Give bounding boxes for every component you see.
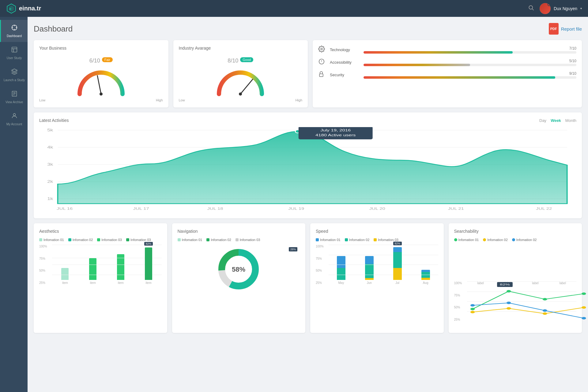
aesthetics-chart: 100%75%50%25% item [39, 245, 162, 291]
sidebar-label-view-archive: View Archive [6, 100, 23, 104]
sidebar-label-my-account: My Account [6, 123, 22, 126]
your-business-card: Your Business 6/10 Fair [34, 40, 168, 107]
technology-score: 7/10 [364, 46, 576, 51]
svg-point-58 [582, 292, 586, 295]
svg-point-17 [13, 114, 15, 116]
notification-badge [548, 3, 551, 6]
sidebar-label-launch-study: Launch a Study [4, 78, 25, 82]
svg-point-3 [529, 6, 533, 9]
tab-week[interactable]: Week [551, 118, 561, 123]
svg-text:JUL 16: JUL 16 [57, 207, 73, 210]
security-icon [318, 71, 327, 79]
svg-text:JUL 22: JUL 22 [536, 207, 552, 210]
metric-security: Security 9/10 [318, 71, 576, 79]
industry-average-gauge-labels: Low High [179, 98, 303, 102]
aesthetics-card: Aesthetics Infomation 01 Infomation 02 I… [34, 223, 167, 333]
svg-text:JUL 17: JUL 17 [133, 207, 149, 210]
latest-activities-card: Latest Activities Day Week Month 5k [34, 112, 582, 218]
your-business-title: Your Business [39, 46, 163, 51]
searchability-legend: Infomation 01 Infomation 02 Infomation 0… [454, 238, 577, 242]
sidebar-label-dashboard: Dashboard [7, 34, 22, 38]
svg-text:3k: 3k [47, 162, 53, 166]
svg-line-18 [97, 76, 101, 94]
svg-point-57 [542, 298, 547, 300]
report-file-label: Report file [561, 26, 582, 32]
svg-point-61 [542, 312, 547, 315]
your-business-badge: Fair [102, 57, 113, 62]
donut-badge: 26% [289, 247, 297, 251]
technology-bar-wrap: 7/10 [364, 46, 576, 54]
user-name: Dux Nguyen [554, 6, 577, 11]
svg-point-56 [506, 290, 511, 292]
activities-title: Latest Activities [39, 118, 69, 123]
navigation-donut-chart: 58% 26% [178, 245, 300, 294]
logo-icon: e [6, 3, 17, 14]
technology-label: Technology [330, 47, 360, 52]
topnav: e einna.tr Dux Nguyen ▾ [0, 0, 588, 17]
technology-icon [318, 46, 327, 54]
svg-point-21 [239, 92, 242, 96]
svg-text:JUL 21: JUL 21 [448, 207, 464, 210]
view-archive-icon [11, 90, 18, 99]
report-file-button[interactable]: PDF Report file [549, 23, 582, 35]
sidebar-item-launch-study[interactable]: Launch a Study [0, 64, 28, 86]
launch-study-icon [11, 68, 18, 77]
tab-day[interactable]: Day [539, 118, 546, 123]
aesthetics-title: Aesthetics [39, 229, 162, 234]
speed-legend: Infomation 01 Infomation 02 Infomation 0… [316, 238, 438, 242]
accessibility-label: Accessibility [330, 60, 360, 65]
security-label: Security [330, 73, 360, 77]
pdf-icon: PDF [549, 23, 559, 35]
sidebar-item-my-account[interactable]: My Account [0, 108, 28, 130]
activities-chart: 5k 4k 3k 2k 1k JUL 16 [39, 127, 576, 213]
avatar [540, 3, 551, 14]
svg-text:58%: 58% [232, 266, 245, 273]
industry-average-gauge [213, 66, 268, 97]
svg-point-59 [470, 311, 475, 313]
industry-average-card: Industry Avarage 8/10 Good [173, 40, 308, 107]
svg-line-20 [240, 79, 253, 94]
svg-text:4k: 4k [47, 145, 53, 149]
svg-point-19 [100, 92, 103, 96]
metrics-card: Technology 7/10 Accessibi [313, 40, 582, 107]
tab-month[interactable]: Month [565, 118, 576, 123]
accessibility-score: 5/10 [364, 59, 576, 63]
svg-point-63 [470, 304, 475, 307]
svg-point-66 [582, 317, 586, 319]
user-study-icon [11, 46, 18, 55]
svg-text:JUL 20: JUL 20 [369, 207, 385, 210]
sidebar-item-dashboard[interactable]: Dashboard [0, 20, 28, 42]
sidebar-label-user-study: User Study [7, 56, 22, 60]
aesthetics-legend: Infomation 01 Infomation 02 Infomation 0… [39, 238, 162, 242]
your-business-score: 6/10 [89, 55, 100, 65]
sidebar-item-user-study[interactable]: User Study [0, 42, 28, 64]
search-button[interactable] [528, 5, 534, 12]
svg-text:e: e [9, 7, 11, 11]
my-account-icon [11, 112, 18, 121]
industry-average-badge: Good [240, 57, 253, 62]
industry-average-title: Industry Avarage [179, 46, 303, 51]
logo[interactable]: e einna.tr [6, 3, 41, 14]
svg-text:82%: 82% [500, 283, 510, 286]
navigation-title: Navigation [178, 229, 300, 234]
dashboard-icon [11, 24, 18, 32]
navigation-card: Navigation Infomation 01 Infomation 02 I… [172, 223, 306, 333]
svg-text:JUL 19: JUL 19 [288, 207, 304, 210]
svg-point-65 [542, 309, 547, 312]
sidebar-item-view-archive[interactable]: View Archive [0, 86, 28, 108]
svg-point-62 [582, 306, 586, 309]
svg-point-22 [321, 48, 322, 50]
searchability-title: Searchability [454, 229, 577, 234]
speed-chart: 100%75%50%25% [316, 245, 438, 291]
svg-text:1k: 1k [47, 197, 53, 201]
svg-point-64 [506, 302, 511, 304]
activities-header: Latest Activities Day Week Month [39, 118, 576, 123]
industry-average-score: 8/10 [228, 55, 238, 65]
your-business-gauge [74, 66, 129, 97]
security-bar-wrap: 9/10 [364, 71, 576, 79]
page-header: Dashboard PDF Report file [34, 23, 582, 35]
topnav-right: Dux Nguyen ▾ [528, 3, 582, 14]
user-menu[interactable]: Dux Nguyen ▾ [540, 3, 582, 14]
speed-card: Speed Infomation 01 Infomation 02 Infoma… [310, 223, 444, 333]
your-business-gauge-labels: Low High [39, 98, 163, 102]
